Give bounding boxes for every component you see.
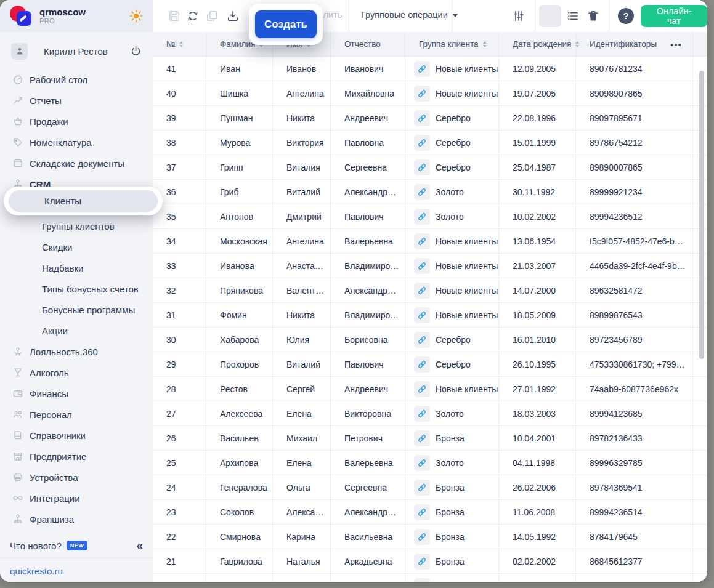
- table-row[interactable]: 25АрхиповаЕленаВалерьевнаЗолото04.11.199…: [153, 451, 707, 475]
- cell-stub: [693, 377, 707, 401]
- sidebar-item-7[interactable]: Группы клиентов: [0, 215, 153, 236]
- logout-power-icon[interactable]: [130, 46, 142, 57]
- column-header-4[interactable]: Группа клиента: [405, 32, 499, 56]
- user-row[interactable]: Кирилл Рестов: [0, 37, 153, 65]
- sidebar-item-22[interactable]: ЭДО и маркировка: [0, 530, 153, 534]
- table-row[interactable]: 21ГавриловаНатальяАркадьевнаБронза02.02.…: [153, 549, 707, 574]
- sidebar-item-8[interactable]: Скидки: [0, 236, 153, 257]
- sidebar-item-10[interactable]: Типы бонусных счетов: [0, 278, 153, 299]
- table-row[interactable]: 31ФоминНикитаВладимировичНовые клиенты18…: [153, 303, 707, 328]
- group-link-chip[interactable]: [414, 356, 430, 373]
- table-row[interactable]: 30ХабароваЮлияБорисовнаСеребро16.01.2010…: [153, 328, 707, 352]
- column-header-3[interactable]: Отчество: [331, 32, 405, 56]
- table-row[interactable]: 37ГриппВиталияСергеевнаСеребро25.04.1987…: [153, 155, 707, 180]
- sidebar-item-3[interactable]: Номенклатура: [0, 132, 153, 153]
- group-link-chip[interactable]: [414, 135, 430, 151]
- table-row[interactable]: 38МуроваВикторияПавловнаСеребро15.01.199…: [153, 131, 707, 155]
- list-view-icon[interactable]: [567, 10, 579, 22]
- sort-icon[interactable]: [483, 41, 487, 47]
- table-row[interactable]: 36ГрибВиталийАлександровичЗолото30.11.19…: [153, 180, 707, 204]
- group-link-chip[interactable]: [414, 258, 430, 274]
- group-link-chip[interactable]: [414, 86, 430, 102]
- save-icon[interactable]: [168, 10, 181, 22]
- sidebar-item-clients[interactable]: Клиенты: [9, 190, 158, 212]
- table-row[interactable]: 23СоколовАлександрАлександровичБронза11.…: [153, 500, 707, 525]
- copy-icon[interactable]: [206, 10, 218, 22]
- group-link-chip[interactable]: [414, 110, 430, 126]
- sidebar-item-19[interactable]: Устройства: [0, 467, 153, 488]
- toolbar-divider: [609, 0, 609, 32]
- download-icon[interactable]: [227, 10, 239, 22]
- table-row[interactable]: 34МосковскаяАнгелинаВалерьевнаНовые клие…: [153, 229, 707, 254]
- collapse-sidebar-icon[interactable]: «: [136, 539, 143, 552]
- column-options-icon[interactable]: •••: [670, 32, 682, 57]
- whats-new-row[interactable]: Что нового? NEW «: [0, 534, 153, 557]
- sort-icon[interactable]: [179, 41, 183, 47]
- sidebar-item-12[interactable]: Акции: [0, 320, 153, 341]
- group-link-chip[interactable]: [414, 480, 430, 496]
- cell: Валентина: [273, 278, 331, 302]
- sidebar-item-20[interactable]: Интеграции: [0, 488, 153, 509]
- group-link-chip[interactable]: [414, 529, 430, 545]
- table-row[interactable]: 28РестовСергейАндреевичНовые клиенты27.0…: [153, 377, 707, 401]
- group-link-chip[interactable]: [414, 504, 430, 520]
- group-link-chip[interactable]: [414, 406, 430, 422]
- group-link-chip[interactable]: [414, 578, 430, 582]
- table-row[interactable]: 33ИвановаАнастасияВладимировнаНовые клие…: [153, 254, 707, 278]
- create-button[interactable]: Создать: [255, 10, 317, 38]
- group-link-chip[interactable]: [414, 283, 430, 299]
- vertical-scrollbar[interactable]: [699, 71, 704, 359]
- sidebar-item-14[interactable]: Алкоголь: [0, 362, 153, 383]
- sidebar-item-21[interactable]: Франшиза: [0, 509, 153, 530]
- refresh-icon[interactable]: [187, 10, 199, 22]
- group-link-chip[interactable]: [414, 332, 430, 348]
- table-row[interactable]: 35АнтоновДмитрийПавловичЗолото10.02.2002…: [153, 204, 707, 229]
- sidebar-item-2[interactable]: Продажи: [0, 111, 153, 132]
- group-link-chip[interactable]: [414, 430, 430, 446]
- theme-sun-icon[interactable]: [129, 9, 143, 23]
- group-link-chip[interactable]: [414, 209, 430, 225]
- column-header-5[interactable]: Дата рождения: [499, 32, 576, 56]
- help-button[interactable]: ?: [618, 8, 634, 24]
- table-row[interactable]: 39ПушманНикитаАндреевичСеребро22.08.1996…: [153, 106, 707, 131]
- online-chat-button[interactable]: Онлайн-чат: [641, 5, 707, 27]
- filter-sliders-icon[interactable]: [513, 10, 525, 22]
- column-header-0[interactable]: №: [153, 32, 206, 56]
- group-link-chip[interactable]: [414, 554, 430, 570]
- table-row[interactable]: 29ПрохоровВиталийПавловичСеребро26.10.19…: [153, 352, 707, 377]
- table-row[interactable]: [153, 574, 707, 582]
- sidebar-item-17[interactable]: Справочники: [0, 425, 153, 446]
- table-row[interactable]: 24ГенераловаОльгаСергеевнаБронза26.02.20…: [153, 475, 707, 500]
- sidebar-item-11[interactable]: Бонусные программы: [0, 299, 153, 320]
- table-row[interactable]: 32ПряниковаВалентинаАлександровнаНовые к…: [153, 278, 707, 303]
- sidebar-item-15[interactable]: Финансы: [0, 383, 153, 404]
- sidebar-item-18[interactable]: Предприятие: [0, 446, 153, 467]
- group-link-chip[interactable]: [414, 233, 430, 249]
- group-operations-dropdown[interactable]: Групповые операции: [361, 10, 458, 20]
- avatar: [11, 43, 28, 60]
- table-row[interactable]: 41ИванИвановИвановичНовые клиенты12.09.2…: [153, 57, 707, 81]
- table-row[interactable]: 27АлексееваЕленаВикторовнаЗолото18.03.20…: [153, 401, 707, 426]
- table-row[interactable]: 22СмирноваКаринаВасильевнаБронза14.05.19…: [153, 525, 707, 549]
- table-row[interactable]: 26ВасильевМихаилПетровичБронза10.04.2001…: [153, 426, 707, 451]
- cell: 34: [153, 229, 206, 253]
- sidebar-item-1[interactable]: Отчеты: [0, 90, 153, 111]
- trash-icon[interactable]: [587, 10, 599, 22]
- tools-button[interactable]: [539, 5, 561, 27]
- group-link-chip[interactable]: [414, 307, 430, 323]
- sidebar-item-16[interactable]: Персонал: [0, 404, 153, 425]
- table-row[interactable]: 40ШишкаАнгелинаМихайловнаНовые клиенты19…: [153, 81, 707, 106]
- cell: 89999921234: [576, 180, 693, 204]
- sidebar-item-9[interactable]: Надбавки: [0, 257, 153, 278]
- cell: f5c9f057-4852-47e6-b434-c...: [576, 229, 693, 253]
- group-link-chip[interactable]: [414, 184, 430, 200]
- group-link-chip[interactable]: [414, 159, 430, 175]
- group-link-chip[interactable]: [414, 455, 430, 471]
- sidebar-item-0[interactable]: Рабочий стол: [0, 69, 153, 90]
- quickresto-link[interactable]: quickresto.ru: [0, 560, 153, 582]
- sidebar-item-13[interactable]: Лояльность.360: [0, 341, 153, 362]
- group-link-chip[interactable]: [414, 61, 430, 77]
- cell: 15.01.1999: [499, 131, 576, 155]
- group-link-chip[interactable]: [414, 381, 430, 397]
- sidebar-item-4[interactable]: Складские документы: [0, 153, 153, 174]
